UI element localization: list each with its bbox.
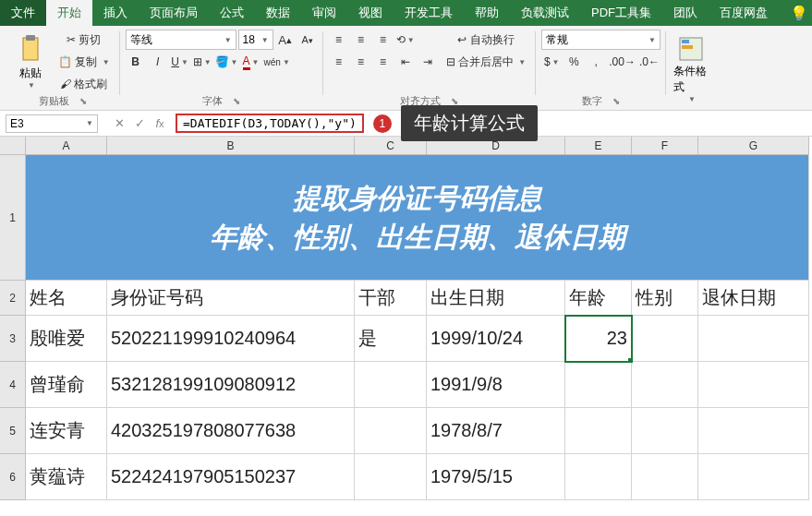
align-bottom-button[interactable]: ≡ <box>373 30 394 50</box>
cancel-formula-button[interactable]: ✕ <box>111 115 127 132</box>
cell-G4[interactable] <box>698 362 809 408</box>
clipboard-expand-icon[interactable]: ⬊ <box>79 96 87 106</box>
cell-A6[interactable]: 黄蕴诗 <box>26 454 107 500</box>
cell-A3[interactable]: 殷唯爱 <box>26 316 107 362</box>
increase-decimal-button[interactable]: .00→ <box>608 52 636 72</box>
cut-button[interactable]: ✂ 剪切 <box>54 30 115 50</box>
tab-developer[interactable]: 开发工具 <box>394 0 464 26</box>
number-format-combo[interactable]: 常规▼ <box>541 30 661 50</box>
cell-C6[interactable] <box>355 454 427 500</box>
cell-A4[interactable]: 曾瑾俞 <box>26 362 107 408</box>
tab-loadtest[interactable]: 负载测试 <box>510 0 580 26</box>
decrease-decimal-button[interactable]: .0← <box>638 52 661 72</box>
tab-help[interactable]: 帮助 <box>464 0 510 26</box>
cell-E3-selected[interactable]: 23 <box>565 316 632 362</box>
header-age[interactable]: 年龄 <box>565 281 632 316</box>
copy-button[interactable]: 📋 复制 ▼ <box>54 52 115 72</box>
name-box[interactable]: E3▼ <box>6 114 98 133</box>
italic-button[interactable]: I <box>148 52 168 72</box>
cell-C5[interactable] <box>355 408 427 454</box>
cell-G6[interactable] <box>698 454 809 500</box>
cell-D6[interactable]: 1979/5/15 <box>427 454 565 500</box>
cell-B3[interactable]: 520221199910240964 <box>107 316 355 362</box>
font-expand-icon[interactable]: ⬊ <box>233 96 240 106</box>
tab-data[interactable]: 数据 <box>255 0 301 26</box>
paste-button[interactable]: 粘贴▼ <box>11 30 50 94</box>
tab-team[interactable]: 团队 <box>662 0 709 26</box>
tab-view[interactable]: 视图 <box>347 0 394 26</box>
cell-D4[interactable]: 1991/9/8 <box>427 362 565 408</box>
tab-baidu[interactable]: 百度网盘 <box>709 0 779 26</box>
conditional-format-button[interactable]: 条件格式▼ <box>672 30 710 110</box>
row-header-6[interactable]: 6 <box>0 454 26 500</box>
tell-me-icon[interactable]: 💡 <box>786 0 812 26</box>
currency-button[interactable]: $▼ <box>541 52 562 72</box>
align-right-button[interactable]: ≡ <box>373 52 394 72</box>
header-gender[interactable]: 性别 <box>632 281 698 316</box>
cell-B6[interactable]: 522424197905150237 <box>107 454 355 500</box>
col-header-A[interactable]: A <box>26 137 107 155</box>
fill-color-button[interactable]: 🪣▼ <box>214 52 239 72</box>
select-all-corner[interactable] <box>0 137 26 155</box>
row-header-3[interactable]: 3 <box>0 316 26 362</box>
tab-insert[interactable]: 插入 <box>92 0 139 26</box>
cell-C4[interactable] <box>355 362 427 408</box>
tab-layout[interactable]: 页面布局 <box>139 0 209 26</box>
header-retire[interactable]: 退休日期 <box>698 281 809 316</box>
cell-D5[interactable]: 1978/8/7 <box>427 408 565 454</box>
cell-F6[interactable] <box>632 454 698 500</box>
merge-center-button[interactable]: ⊟ 合并后居中 ▼ <box>442 52 531 72</box>
cell-F4[interactable] <box>632 362 698 408</box>
title-cell[interactable]: 提取身份证号码信息 年龄、性别、出生日期、退休日期 <box>26 155 809 281</box>
header-name[interactable]: 姓名 <box>26 281 107 316</box>
insert-function-button[interactable]: fx <box>151 115 168 132</box>
comma-button[interactable]: , <box>586 52 606 72</box>
cell-E4[interactable] <box>565 362 632 408</box>
format-painter-button[interactable]: 🖌 格式刷 <box>54 74 115 94</box>
formula-input[interactable]: =DATEDIF(D3,TODAY(),"y") <box>176 114 364 133</box>
col-header-E[interactable]: E <box>565 137 632 155</box>
cell-G5[interactable] <box>698 408 809 454</box>
cell-F3[interactable] <box>632 316 698 362</box>
align-top-button[interactable]: ≡ <box>329 30 349 50</box>
tab-review[interactable]: 审阅 <box>301 0 347 26</box>
row-header-5[interactable]: 5 <box>0 408 26 454</box>
cell-D3[interactable]: 1999/10/24 <box>427 316 565 362</box>
header-id[interactable]: 身份证号码 <box>107 281 355 316</box>
phonetic-button[interactable]: wén▼ <box>263 52 291 72</box>
percent-button[interactable]: % <box>564 52 584 72</box>
cell-B5[interactable]: 420325197808077638 <box>107 408 355 454</box>
tab-home[interactable]: 开始 <box>46 0 92 26</box>
align-middle-button[interactable]: ≡ <box>351 30 371 50</box>
row-header-2[interactable]: 2 <box>0 281 26 316</box>
tab-file[interactable]: 文件 <box>0 0 46 26</box>
tab-formulas[interactable]: 公式 <box>209 0 255 26</box>
align-center-button[interactable]: ≡ <box>351 52 371 72</box>
number-expand-icon[interactable]: ⬊ <box>612 96 620 106</box>
row-header-1[interactable]: 1 <box>0 155 26 281</box>
col-header-G[interactable]: G <box>698 137 809 155</box>
cell-E5[interactable] <box>565 408 632 454</box>
cell-C3[interactable]: 是 <box>355 316 427 362</box>
tab-pdf[interactable]: PDF工具集 <box>580 0 662 26</box>
increase-font-button[interactable]: A▴ <box>275 30 296 50</box>
header-birth[interactable]: 出生日期 <box>427 281 565 316</box>
font-name-combo[interactable]: 等线▼ <box>126 30 236 50</box>
cell-E6[interactable] <box>565 454 632 500</box>
align-left-button[interactable]: ≡ <box>329 52 349 72</box>
increase-indent-button[interactable]: ⇥ <box>418 52 438 72</box>
cell-B4[interactable]: 532128199109080912 <box>107 362 355 408</box>
header-cadre[interactable]: 干部 <box>355 281 427 316</box>
cell-F5[interactable] <box>632 408 698 454</box>
underline-button[interactable]: U▼ <box>170 52 190 72</box>
formula-bar[interactable]: =DATEDIF(D3,TODAY(),"y") 1 年龄计算公式 <box>176 111 812 137</box>
decrease-indent-button[interactable]: ⇤ <box>395 52 416 72</box>
bold-button[interactable]: B <box>126 52 146 72</box>
col-header-B[interactable]: B <box>107 137 355 155</box>
orientation-button[interactable]: ⟲▼ <box>395 30 416 50</box>
font-color-button[interactable]: A▼ <box>241 52 261 72</box>
col-header-F[interactable]: F <box>632 137 698 155</box>
decrease-font-button[interactable]: A▾ <box>297 30 318 50</box>
wrap-text-button[interactable]: ↩ 自动换行 <box>442 30 531 50</box>
cell-G3[interactable] <box>698 316 809 362</box>
